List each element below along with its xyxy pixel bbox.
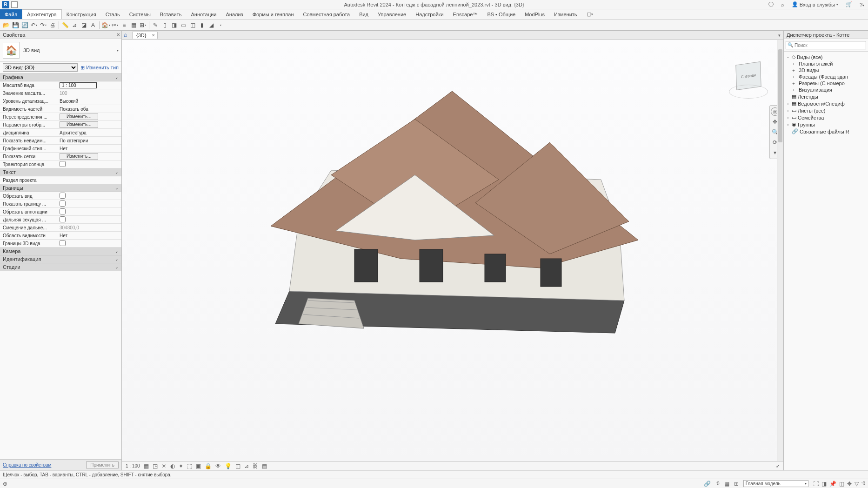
- tree-toggle-icon[interactable]: +: [786, 122, 790, 127]
- vertical-scrollbar[interactable]: [777, 40, 783, 461]
- doc-tab-3d[interactable]: {3D} ✕: [132, 32, 158, 39]
- property-row[interactable]: Значение масшта...100: [0, 89, 121, 97]
- property-row[interactable]: Траектория солнца: [0, 160, 121, 168]
- tree-item[interactable]: +Фасады (Фасад здан: [785, 74, 867, 80]
- properties-help-link[interactable]: Справка по свойствам: [3, 462, 51, 468]
- property-value[interactable]: [58, 193, 121, 200]
- type-selector[interactable]: 🏠 3D вид ▾: [0, 39, 121, 62]
- tree-item[interactable]: +Разрезы (С номеро: [785, 80, 867, 87]
- tree-item[interactable]: +▭Листы (все): [785, 107, 867, 114]
- undo-icon[interactable]: ↶: [30, 21, 38, 29]
- property-value[interactable]: Изменить...: [58, 153, 121, 160]
- thin-lines-icon[interactable]: ≡: [120, 21, 128, 29]
- property-value[interactable]: [58, 208, 121, 215]
- group-graphics[interactable]: Графика⌄: [0, 74, 121, 81]
- close-properties-icon[interactable]: ✕: [116, 32, 120, 37]
- ribbon-collapse-toggle[interactable]: ▢▾: [582, 9, 598, 19]
- instance-select[interactable]: 3D вид: {3D}: [3, 63, 78, 72]
- property-row[interactable]: Уровень детализац...Высокий: [0, 97, 121, 105]
- temp-hide-icon[interactable]: 👁: [215, 463, 221, 469]
- ribbon-tab-systems[interactable]: Системы: [125, 9, 155, 19]
- qat-customize-icon[interactable]: [216, 21, 225, 29]
- ribbon-tab-manage[interactable]: Управление: [373, 9, 411, 19]
- sync-icon[interactable]: 🔄: [20, 21, 29, 29]
- property-row[interactable]: Видимость частейПоказать оба: [0, 105, 121, 113]
- wall-icon[interactable]: ▯: [160, 21, 169, 29]
- property-value[interactable]: [58, 216, 121, 223]
- viewcube-compass[interactable]: [729, 85, 768, 99]
- analytical-icon[interactable]: ⊿: [244, 463, 249, 469]
- section-icon[interactable]: ✂: [111, 21, 119, 29]
- select-links-toggle-icon[interactable]: ⛶: [813, 481, 819, 487]
- tree-toggle-icon[interactable]: +: [786, 108, 790, 113]
- ribbon-tab-architecture[interactable]: Архитектура: [22, 9, 62, 19]
- save-icon[interactable]: 💾: [11, 21, 20, 29]
- ribbon-tab-collaborate[interactable]: Совместная работа: [298, 9, 354, 19]
- property-row[interactable]: Обрезать аннотации: [0, 208, 121, 216]
- property-value[interactable]: [58, 240, 121, 247]
- property-value[interactable]: Изменить...: [58, 121, 121, 128]
- tree-toggle-icon[interactable]: +: [791, 81, 796, 86]
- property-row[interactable]: ДисциплинаАрхитектура: [0, 129, 121, 137]
- tree-item[interactable]: +◉Группы: [785, 121, 867, 128]
- select-pinned-icon[interactable]: 📌: [829, 481, 836, 487]
- view-cube[interactable]: Спереди: [728, 59, 769, 100]
- worksets-icon[interactable]: ⊕: [3, 481, 7, 487]
- ribbon-tab-insert[interactable]: Вставить: [155, 9, 187, 19]
- property-checkbox[interactable]: [60, 161, 66, 167]
- tree-item[interactable]: +▭Семейства: [785, 114, 867, 121]
- property-value[interactable]: [58, 201, 121, 207]
- property-row[interactable]: Границы 3D вида: [0, 240, 121, 247]
- print-icon[interactable]: 🖨: [48, 21, 57, 29]
- lock-3d-icon[interactable]: 🔒: [205, 463, 212, 469]
- property-value[interactable]: Нет: [58, 146, 121, 151]
- tree-item[interactable]: +Планы этажей: [785, 60, 867, 67]
- reveal-hidden-icon[interactable]: 💡: [225, 463, 232, 469]
- main-model-combo[interactable]: Главная модель: [743, 480, 808, 487]
- property-row[interactable]: Область видимостиНет: [0, 232, 121, 240]
- property-value[interactable]: 100: [58, 91, 121, 96]
- sign-in-button[interactable]: 👤 Вход в службы ▾: [790, 1, 840, 8]
- group-camera[interactable]: Камера⌄: [0, 247, 121, 255]
- tree-item[interactable]: +Визуализация: [785, 87, 867, 93]
- property-value[interactable]: 304800,0: [58, 225, 121, 230]
- tree-toggle-icon[interactable]: +: [791, 87, 796, 92]
- property-value[interactable]: Высокий: [58, 99, 121, 104]
- file-tab[interactable]: Файл: [0, 9, 22, 19]
- filter-icon[interactable]: ▽: [855, 481, 859, 487]
- property-checkbox[interactable]: [60, 193, 66, 199]
- property-row[interactable]: Графический стил...Нет: [0, 145, 121, 153]
- browser-search-input[interactable]: [786, 41, 866, 49]
- drag-elements-icon[interactable]: ✥: [847, 481, 852, 487]
- editable-only-icon[interactable]: ▦: [724, 481, 729, 487]
- property-row[interactable]: Масштаб вида1 : 100: [0, 81, 121, 89]
- property-checkbox[interactable]: [60, 208, 66, 214]
- property-row[interactable]: Обрезать вид: [0, 192, 121, 200]
- tree-toggle-icon[interactable]: -: [786, 55, 790, 60]
- group-extents[interactable]: Границы⌄: [0, 184, 121, 192]
- property-row[interactable]: Раздел проекта: [0, 176, 121, 184]
- reveal-icon[interactable]: ▤: [262, 463, 267, 469]
- tree-item[interactable]: -◇Виды (все): [785, 53, 867, 60]
- ribbon-tab-modify[interactable]: Изменить: [549, 9, 582, 19]
- type-dropdown-icon[interactable]: ▾: [117, 48, 119, 53]
- default-3d-icon[interactable]: 🏠: [101, 21, 110, 29]
- property-value[interactable]: 1 : 100: [58, 82, 121, 88]
- group-identity[interactable]: Идентификация⌄: [0, 255, 121, 263]
- help-icon[interactable]: ?▾: [858, 1, 866, 8]
- align-dim-icon[interactable]: ⊿: [70, 21, 79, 29]
- redo-icon[interactable]: ↷: [39, 21, 47, 29]
- property-row[interactable]: Параметры отобр...Изменить...: [0, 121, 121, 129]
- tree-toggle-icon[interactable]: +: [786, 101, 790, 106]
- ribbon-tab-steel[interactable]: Сталь: [101, 9, 125, 19]
- open-icon[interactable]: 📂: [2, 21, 10, 29]
- property-row[interactable]: Переопределения ...Изменить...: [0, 113, 121, 121]
- tree-toggle-icon[interactable]: +: [791, 61, 796, 66]
- tabs-expand-icon[interactable]: ▾: [778, 33, 783, 38]
- close-hidden-icon[interactable]: ▦: [129, 21, 138, 29]
- worksharing-display-icon[interactable]: ◫: [235, 463, 240, 469]
- modify-icon[interactable]: ✎: [151, 21, 160, 29]
- tree-toggle-icon[interactable]: +: [786, 115, 790, 120]
- property-value[interactable]: Изменить...: [58, 114, 121, 120]
- property-edit-button[interactable]: Изменить...: [60, 114, 98, 120]
